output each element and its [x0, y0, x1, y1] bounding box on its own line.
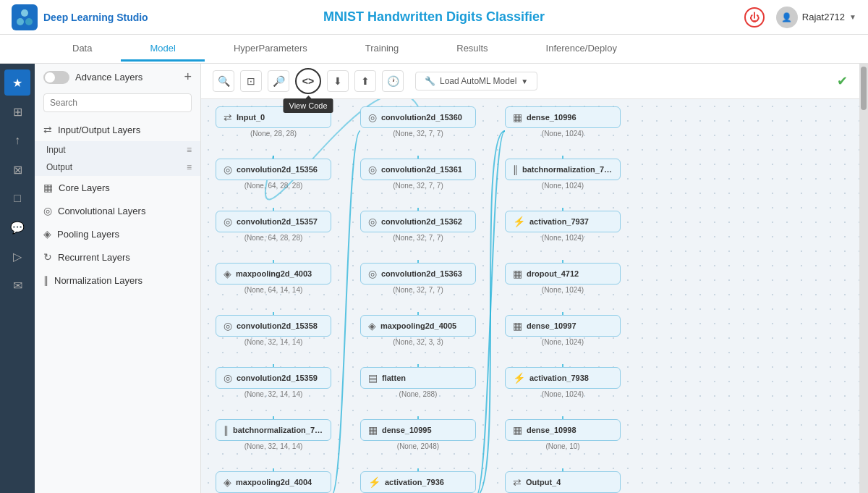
node-convolution2d_15358[interactable]: ◎convolution2d_15358(None, 32, 14, 14) — [216, 315, 331, 346]
toolbar: 🔍 ⊡ 🔎 <> View Code ⬇ ⬆ 🕐 🔧 Load AutoML M… — [201, 64, 859, 99]
node-convolution2d_15359[interactable]: ◎convolution2d_15359(None, 32, 14, 14) — [216, 367, 331, 398]
node-activation_7936[interactable]: ⚡activation_7936(None, 2048) — [360, 471, 476, 493]
sidebar-item-pooling[interactable]: ◈ Pooling Layers — [35, 222, 200, 245]
node-flatten[interactable]: ▤flatten(None, 288) — [360, 367, 476, 398]
node-name: activation_7936 — [385, 478, 444, 486]
sidebar-item-input-output[interactable]: ⇄ Input/Output Layers — [35, 118, 200, 141]
node-convolution2d_15356[interactable]: ◎convolution2d_15356(None, 64, 28, 28) — [216, 159, 331, 190]
logo-icon — [12, 4, 38, 30]
automl-icon: 🔧 — [425, 76, 435, 86]
tab-hyperparameters[interactable]: HyperParameters — [205, 37, 336, 62]
upload-button[interactable]: ⬆ — [354, 70, 376, 92]
power-button[interactable]: ⏻ — [744, 7, 765, 28]
node-icon: ◎ — [368, 216, 377, 227]
iconbar-star[interactable]: ★ — [4, 69, 30, 96]
sidebar-item-core-layers[interactable]: ▦ Core Layers — [35, 176, 200, 199]
conv-icon: ◎ — [43, 205, 52, 216]
node-Output_4[interactable]: ⇄Output_4(None, 10) — [505, 471, 621, 493]
sidebar-item-normalization[interactable]: ∥ Normalization Layers — [35, 269, 200, 292]
node-convolution2d_15362[interactable]: ◎convolution2d_15362(None, 32, 7, 7) — [360, 211, 476, 242]
tab-model[interactable]: Model — [121, 37, 204, 62]
node-convolution2d_15357[interactable]: ◎convolution2d_15357(None, 64, 28, 28) — [216, 211, 331, 242]
recurrent-layers-label: Recurrent Layers — [58, 252, 130, 263]
view-code-tooltip: View Code — [284, 98, 333, 113]
node-shape: (None, 1024) — [542, 182, 584, 190]
user-menu[interactable]: 👤 Rajat2712 ▼ — [776, 7, 856, 28]
node-name: maxpooling2d_4005 — [380, 321, 456, 330]
sidebar-item-input[interactable]: Input ≡ — [35, 141, 200, 159]
advance-layers-toggle[interactable] — [43, 71, 69, 84]
frame-button[interactable]: ⊡ — [240, 70, 262, 92]
node-batchnormalization_7313[interactable]: ∥batchnormalization_7313(None, 1024) — [505, 159, 621, 190]
node-dense_10996[interactable]: ▦dense_10996(None, 1024) — [505, 106, 621, 138]
sidebar-item-recurrent[interactable]: ↻ Recurrent Layers — [35, 245, 200, 269]
node-shape: (None, 32, 7, 7) — [393, 130, 443, 138]
logo-text: Deep Learning Studio — [43, 12, 148, 23]
node-maxpooling2d_4005[interactable]: ◈maxpooling2d_4005(None, 32, 3, 3) — [360, 315, 476, 346]
iconbar-play[interactable]: ▷ — [4, 243, 30, 269]
node-dense_10997[interactable]: ▦dense_10997(None, 1024) — [505, 315, 621, 346]
node-name: batchnormalization_7313 — [522, 165, 613, 174]
search-button[interactable]: 🔍 — [213, 70, 234, 92]
node-icon: ▦ — [513, 268, 522, 279]
tab-inference-deploy[interactable]: Inference/Deploy — [517, 37, 646, 62]
canvas-area: 🔍 ⊡ 🔎 <> View Code ⬇ ⬆ 🕐 🔧 Load AutoML M… — [201, 64, 859, 493]
node-icon: ◎ — [224, 216, 232, 227]
node-icon: ◈ — [224, 476, 231, 488]
download-button[interactable]: ⬇ — [327, 70, 349, 92]
tab-training[interactable]: Training — [336, 37, 427, 62]
page-title: MNIST Handwritten Digits Classifier — [323, 9, 545, 25]
recurrent-icon: ↻ — [43, 251, 52, 263]
node-shape: (None, 32, 14, 14) — [244, 442, 303, 450]
pooling-layers-label: Pooling Layers — [57, 229, 119, 240]
node-icon: ◎ — [368, 268, 377, 279]
search-input[interactable] — [43, 93, 192, 112]
iconbar-upload[interactable]: ↑ — [4, 127, 30, 153]
node-icon: ▦ — [513, 424, 522, 436]
node-batchnormalization_7312[interactable]: ∥batchnormalization_7312(None, 32, 14, 1… — [216, 419, 331, 450]
svg-point-0 — [21, 9, 28, 17]
output-menu-icon: ≡ — [187, 162, 192, 172]
node-name: flatten — [382, 374, 406, 382]
node-name: Input_0 — [237, 113, 265, 122]
view-code-button[interactable]: <> — [295, 68, 321, 94]
iconbar-grid[interactable]: ⊠ — [4, 156, 30, 182]
automl-button[interactable]: 🔧 Load AutoML Model ▼ — [415, 72, 537, 90]
iconbar-layers[interactable]: ⊞ — [4, 98, 30, 125]
core-layers-label: Core Layers — [59, 182, 110, 193]
node-shape: (None, 32, 7, 7) — [393, 286, 443, 294]
node-dropout_4712[interactable]: ▦dropout_4712(None, 1024) — [505, 263, 621, 294]
history-button[interactable]: 🕐 — [382, 70, 404, 92]
node-activation_7937[interactable]: ⚡activation_7937(None, 1024) — [505, 211, 621, 242]
main-layout: ★ ⊞ ↑ ⊠ □ 💬 ▷ ✉ Advance Layers + ⇄ Input… — [0, 64, 868, 493]
scroll-thumb[interactable] — [861, 67, 867, 110]
sidebar-item-output[interactable]: Output ≡ — [35, 159, 200, 176]
zoom-button[interactable]: 🔎 — [268, 70, 289, 92]
node-icon: ◎ — [224, 320, 232, 332]
iconbar-file[interactable]: □ — [4, 185, 30, 211]
node-convolution2d_15363[interactable]: ◎convolution2d_15363(None, 32, 7, 7) — [360, 263, 476, 294]
tab-results[interactable]: Results — [427, 37, 516, 62]
node-icon: ⚡ — [368, 476, 380, 488]
graph-canvas[interactable]: ⇄Input_0(None, 28, 28)◎convolution2d_153… — [201, 99, 859, 493]
sidebar-item-convolutional[interactable]: ◎ Convolutional Layers — [35, 199, 200, 222]
node-dense_10998[interactable]: ▦dense_10998(None, 10) — [505, 419, 621, 450]
node-activation_7938[interactable]: ⚡activation_7938(None, 1024) — [505, 367, 621, 398]
tab-data[interactable]: Data — [43, 37, 121, 62]
icon-bar: ★ ⊞ ↑ ⊠ □ 💬 ▷ ✉ — [0, 64, 35, 493]
node-name: dense_10996 — [527, 113, 576, 122]
advance-layers-label: Advance Layers — [75, 72, 142, 83]
node-name: batchnormalization_7312 — [233, 426, 323, 434]
scrollbar[interactable] — [859, 64, 868, 493]
node-maxpooling2d_4003[interactable]: ◈maxpooling2d_4003(None, 64, 14, 14) — [216, 263, 331, 294]
node-maxpooling2d_4004[interactable]: ◈maxpooling2d_4004(None, 32, 7, 7) — [216, 471, 331, 493]
node-convolution2d_15360[interactable]: ◎convolution2d_15360(None, 32, 7, 7) — [360, 106, 476, 138]
iconbar-mail[interactable]: ✉ — [4, 272, 30, 298]
node-name: Output_4 — [526, 478, 561, 486]
iconbar-chat[interactable]: 💬 — [4, 214, 30, 240]
add-layer-button[interactable]: + — [184, 69, 192, 85]
node-name: activation_7937 — [529, 217, 589, 226]
node-convolution2d_15361[interactable]: ◎convolution2d_15361(None, 32, 7, 7) — [360, 159, 476, 190]
node-dense_10995[interactable]: ▦dense_10995(None, 2048) — [360, 419, 476, 450]
chevron-down-icon: ▼ — [849, 13, 856, 21]
